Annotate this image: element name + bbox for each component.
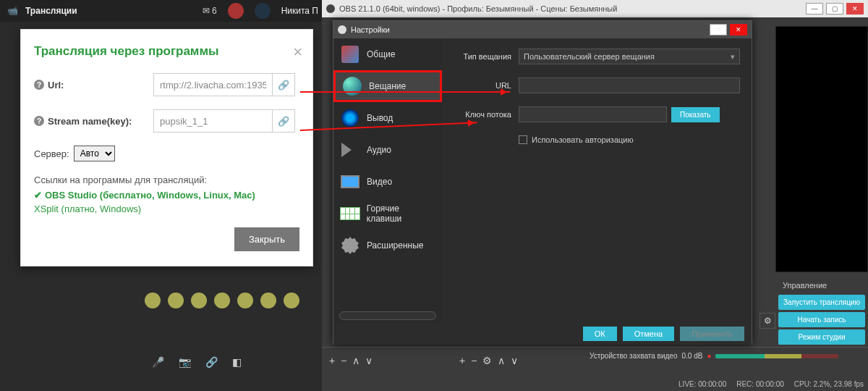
- stream-key-input[interactable]: [153, 109, 273, 133]
- stream-settings-modal: Трансляция через программы × ? Url: 🔗 ? …: [20, 29, 313, 266]
- audio-mixer: Устройство захвата видео 0.0 dB ●: [590, 352, 838, 360]
- obs-logo-icon: [338, 25, 346, 34]
- speaker-icon: [341, 143, 359, 157]
- settings-title-text: Настройки: [351, 25, 390, 34]
- help-icon[interactable]: ?: [34, 80, 44, 90]
- gear-icon[interactable]: ⚙: [760, 313, 775, 329]
- camera-icon: 📹: [7, 6, 18, 16]
- add-scene-button[interactable]: +: [329, 355, 335, 366]
- auth-label: Использовать авторизацию: [532, 135, 634, 144]
- emoji-icon[interactable]: [260, 293, 276, 308]
- stream-key-label: Ключ потока: [454, 110, 511, 119]
- url-label: ? Url:: [34, 80, 153, 91]
- emoji-icon[interactable]: [191, 293, 207, 308]
- maximize-button[interactable]: ▢: [826, 3, 843, 14]
- url-input[interactable]: [153, 73, 273, 96]
- sidebar-item-general[interactable]: Общие: [333, 38, 442, 70]
- help-button[interactable]: ?: [710, 24, 727, 35]
- sidebar-item-video[interactable]: Видео: [333, 166, 442, 198]
- globe-icon: [343, 77, 362, 96]
- settings-footer: ОК Отмена Применить: [333, 323, 752, 345]
- emoji-icon[interactable]: [168, 293, 184, 308]
- server-label: Сервер:: [34, 148, 69, 159]
- status-rec: REC: 00:00:00: [736, 380, 784, 388]
- xsplit-link[interactable]: XSplit (платно, Windows): [34, 203, 299, 214]
- browser-top-nav: 📹 Трансляции ✉ 6 Никита П: [0, 0, 326, 22]
- emoji-icon[interactable]: [284, 293, 299, 308]
- username[interactable]: Никита П: [281, 6, 318, 16]
- cancel-button[interactable]: Отмена: [623, 327, 674, 341]
- avatar-icon[interactable]: [228, 3, 244, 19]
- chat-toolbar: 🎤 📷 🔗 ◧: [152, 348, 326, 377]
- monitor-icon: [341, 175, 359, 188]
- output-icon: [341, 109, 359, 127]
- mail-count: 6: [212, 6, 217, 16]
- sidebar-item-audio[interactable]: Аудио: [333, 134, 442, 166]
- remove-source-button[interactable]: −: [471, 355, 477, 366]
- copy-link-button[interactable]: 🔗: [272, 73, 295, 96]
- obs-settings-dialog: Настройки ? ✕ Общие Вещание Вывод Аудио: [333, 20, 752, 345]
- mail-badge[interactable]: ✉ 6: [203, 6, 217, 16]
- status-bar: LIVE: 00:00:00 REC: 00:00:00 CPU: 2.2%, …: [678, 377, 864, 390]
- apply-button[interactable]: Применить: [680, 327, 744, 341]
- ok-button[interactable]: ОК: [583, 327, 617, 341]
- auth-checkbox[interactable]: [519, 135, 527, 144]
- copy-link-button[interactable]: 🔗: [272, 109, 295, 133]
- camera-icon[interactable]: 📷: [179, 356, 191, 368]
- source-down-button[interactable]: ∨: [511, 355, 518, 366]
- start-stream-button[interactable]: Запустить трансляцию: [778, 295, 865, 310]
- url-input[interactable]: [519, 77, 740, 93]
- emoji-icon[interactable]: [237, 293, 253, 308]
- check-icon: ✔: [34, 190, 42, 201]
- status-live: LIVE: 00:00:00: [678, 380, 726, 388]
- audio-meter[interactable]: [715, 354, 838, 358]
- sidebar-item-output[interactable]: Вывод: [333, 102, 442, 134]
- show-key-button[interactable]: Показать: [671, 107, 720, 122]
- peak-icon: ●: [707, 352, 711, 360]
- minimize-button[interactable]: —: [806, 3, 823, 14]
- settings-main: Тип вещания Пользовательский сервер веща…: [442, 38, 752, 323]
- modal-title: Трансляция через программы: [34, 44, 299, 59]
- emoji-icon[interactable]: [214, 293, 230, 308]
- keyboard-icon: [340, 207, 360, 220]
- obs-titlebar[interactable]: OBS 21.1.0 (64bit, windows) - Профиль: Б…: [322, 0, 868, 17]
- horizontal-scrollbar[interactable]: [339, 311, 436, 320]
- sidebar-item-stream[interactable]: Вещание: [333, 70, 442, 102]
- mic-icon[interactable]: 🎤: [152, 356, 164, 368]
- avatar-icon[interactable]: [255, 3, 271, 19]
- general-icon: [341, 46, 359, 63]
- broadcast-type-label: Тип вещания: [454, 52, 511, 61]
- emoji-row: [145, 286, 326, 315]
- add-source-button[interactable]: +: [459, 355, 465, 366]
- status-cpu: CPU: 2.2%, 23.98 fps: [794, 380, 864, 388]
- sidebar-item-advanced[interactable]: Расширенные: [333, 230, 442, 261]
- obs-link[interactable]: ✔ OBS Studio (бесплатно, Windows, Linux,…: [34, 190, 299, 201]
- broadcast-type-combo[interactable]: Пользовательский сервер вещания: [519, 49, 740, 64]
- server-select[interactable]: Авто: [74, 146, 115, 161]
- scene-up-button[interactable]: ∧: [352, 355, 359, 366]
- links-header: Ссылки на программы для трансляций:: [34, 175, 299, 185]
- close-button[interactable]: ✕: [846, 3, 864, 14]
- arrow-annotation: [300, 91, 510, 93]
- help-icon[interactable]: ?: [34, 116, 44, 126]
- attach-icon[interactable]: 🔗: [205, 356, 218, 368]
- close-button[interactable]: Закрыть: [234, 227, 299, 251]
- studio-mode-button[interactable]: Режим студии: [778, 329, 865, 345]
- source-up-button[interactable]: ∧: [498, 355, 505, 366]
- stream-key-input[interactable]: [519, 106, 667, 122]
- stream-key-label: ? Stream name(key):: [34, 116, 153, 127]
- eraser-icon[interactable]: ◧: [232, 356, 242, 368]
- source-props-button[interactable]: ⚙: [482, 355, 492, 366]
- settings-titlebar[interactable]: Настройки ? ✕: [333, 21, 752, 38]
- obs-logo-icon: [326, 4, 335, 13]
- close-icon[interactable]: ×: [293, 43, 302, 62]
- scene-down-button[interactable]: ∨: [365, 355, 373, 366]
- sidebar-item-hotkeys[interactable]: Горячие клавиши: [333, 198, 442, 230]
- close-button[interactable]: ✕: [730, 24, 747, 35]
- obs-preview[interactable]: [775, 26, 868, 272]
- audio-db: 0.0 dB: [681, 352, 702, 360]
- start-record-button[interactable]: Начать запись: [778, 312, 865, 327]
- remove-scene-button[interactable]: −: [341, 355, 346, 366]
- emoji-icon[interactable]: [145, 293, 161, 308]
- gear-icon: [341, 237, 359, 254]
